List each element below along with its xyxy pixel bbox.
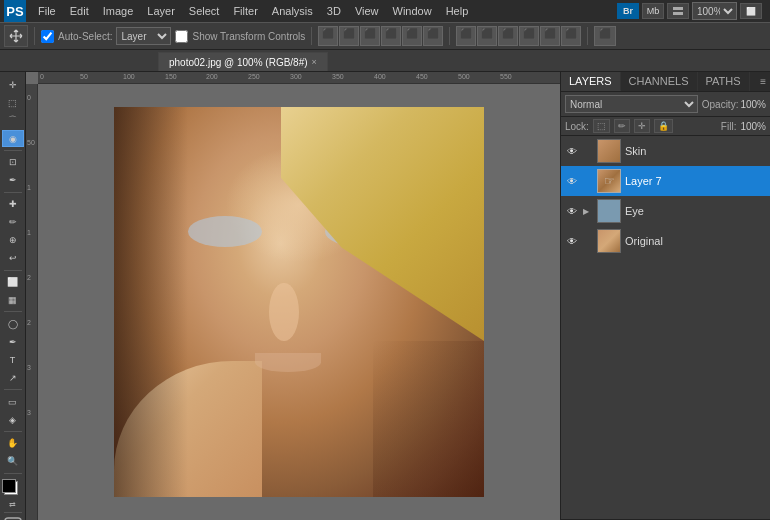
- layer-visibility-btn[interactable]: 👁: [565, 234, 579, 248]
- lock-all-btn[interactable]: 🔒: [654, 119, 673, 133]
- eye-icon: 👁: [567, 236, 577, 247]
- dist-right[interactable]: ⬛: [561, 26, 581, 46]
- menu-select[interactable]: Select: [183, 3, 226, 19]
- ruler-top: /* ruler will be static */ 0 50 100 150 …: [38, 72, 560, 84]
- layer-row[interactable]: 👁 Skin: [561, 136, 770, 166]
- clone-tool[interactable]: ⊕: [2, 232, 24, 249]
- layer-row[interactable]: 👁 Original: [561, 226, 770, 256]
- tab-channels[interactable]: CHANNELS: [621, 72, 698, 91]
- tool-sep3: [4, 270, 22, 271]
- lock-pixels-btn[interactable]: ✏: [614, 119, 630, 133]
- tab-layers[interactable]: LAYERS: [561, 72, 621, 91]
- toolbar-top: Auto-Select: Layer Show Transform Contro…: [0, 22, 770, 50]
- dist-bottom[interactable]: ⬛: [498, 26, 518, 46]
- layer-row[interactable]: 👁 ▶ Eye: [561, 196, 770, 226]
- quick-select-tool[interactable]: ◉: [2, 130, 24, 147]
- layer-visibility-btn[interactable]: 👁: [565, 174, 579, 188]
- opacity-row: Opacity: 100%: [702, 99, 766, 110]
- layer-name: Skin: [625, 145, 766, 157]
- auto-select-checkbox[interactable]: [41, 30, 54, 43]
- brush-tool[interactable]: ✏: [2, 214, 24, 231]
- layer-visibility-btn[interactable]: 👁: [565, 144, 579, 158]
- gradient-tool[interactable]: ▦: [2, 291, 24, 308]
- dodge-tool[interactable]: ◯: [2, 315, 24, 332]
- tool-sep4: [4, 311, 22, 312]
- dist-h[interactable]: ⬛: [540, 26, 560, 46]
- zoom-select[interactable]: 100%: [692, 2, 737, 20]
- text-tool[interactable]: T: [2, 351, 24, 368]
- dist-top[interactable]: ⬛: [456, 26, 476, 46]
- lock-position-btn[interactable]: ✛: [634, 119, 650, 133]
- align-top[interactable]: ⬛: [318, 26, 338, 46]
- 3d-tool[interactable]: ◈: [2, 411, 24, 428]
- tool-sep8: [4, 512, 22, 513]
- align-vcenter[interactable]: ⬛: [339, 26, 359, 46]
- dist-left[interactable]: ⬛: [519, 26, 539, 46]
- path-selection[interactable]: ↗: [2, 369, 24, 386]
- auto-align-btn[interactable]: ⬛: [594, 26, 616, 46]
- photo-tab[interactable]: photo02.jpg @ 100% (RGB/8#) ×: [158, 52, 328, 71]
- history-brush[interactable]: ↩: [2, 250, 24, 267]
- swap-colors-btn[interactable]: ⇄: [9, 500, 16, 509]
- canvas-content: [38, 84, 560, 520]
- hand-tool[interactable]: ✋: [2, 435, 24, 452]
- opacity-value: 100%: [740, 99, 766, 110]
- menu-view[interactable]: View: [349, 3, 385, 19]
- marquee-tool[interactable]: ⬚: [2, 94, 24, 111]
- bridge-btn[interactable]: Br: [617, 3, 639, 19]
- shape-tool[interactable]: ▭: [2, 393, 24, 410]
- show-transform-checkbox[interactable]: [175, 30, 188, 43]
- quick-mask-btn[interactable]: [2, 516, 24, 520]
- toolbar-sep3: [449, 27, 450, 45]
- menu-file[interactable]: File: [32, 3, 62, 19]
- align-bottom[interactable]: ⬛: [360, 26, 380, 46]
- blend-mode-select[interactable]: Normal: [565, 95, 698, 113]
- layers-panel: Normal Opacity: 100% Lock: ⬚ ✏ ✛ 🔒 Fill:…: [561, 92, 770, 520]
- layer-thumbnail: [597, 139, 621, 163]
- move-tool-btn[interactable]: [4, 25, 28, 47]
- panel-menu-btn[interactable]: ≡: [760, 76, 766, 87]
- eraser-tool[interactable]: ⬜: [2, 273, 24, 290]
- layer-expand-btn[interactable]: ▶: [583, 207, 593, 216]
- eyedropper-tool[interactable]: ✒: [2, 172, 24, 189]
- align-right[interactable]: ⬛: [423, 26, 443, 46]
- layer-visibility-btn[interactable]: 👁: [565, 204, 579, 218]
- eye-icon: 👁: [567, 206, 577, 217]
- layers-list: 👁 Skin 👁 ☞ Layer 7: [561, 136, 770, 519]
- align-hcenter[interactable]: ⬛: [402, 26, 422, 46]
- menu-image[interactable]: Image: [97, 3, 140, 19]
- eye-icon: 👁: [567, 146, 577, 157]
- move-tool[interactable]: ✛: [2, 76, 24, 93]
- toolbar-separator: [34, 27, 35, 45]
- menu-3d[interactable]: 3D: [321, 3, 347, 19]
- photo-canvas[interactable]: [114, 107, 484, 497]
- menu-filter[interactable]: Filter: [227, 3, 263, 19]
- lasso-tool[interactable]: ⌒: [2, 112, 24, 129]
- menu-layer[interactable]: Layer: [141, 3, 181, 19]
- color-selector[interactable]: [2, 479, 24, 496]
- align-left[interactable]: ⬛: [381, 26, 401, 46]
- zoom-tool[interactable]: 🔍: [2, 453, 24, 470]
- lock-transparent-btn[interactable]: ⬚: [593, 119, 610, 133]
- crop-tool[interactable]: ⊡: [2, 154, 24, 171]
- auto-select-type[interactable]: Layer: [116, 27, 171, 45]
- foreground-color[interactable]: [2, 479, 16, 493]
- tab-paths[interactable]: PATHS: [698, 72, 750, 91]
- heal-tool[interactable]: ✚: [2, 196, 24, 213]
- tab-close-btn[interactable]: ×: [312, 57, 317, 67]
- pen-tool[interactable]: ✒: [2, 333, 24, 350]
- blend-row: Normal Opacity: 100%: [561, 92, 770, 117]
- menu-help[interactable]: Help: [440, 3, 475, 19]
- menu-analysis[interactable]: Analysis: [266, 3, 319, 19]
- screen-mode-btn[interactable]: ⬜: [740, 3, 762, 19]
- layout-btn[interactable]: [667, 3, 689, 19]
- auto-select-label: Auto-Select:: [58, 31, 112, 42]
- layer-row[interactable]: 👁 ☞ Layer 7: [561, 166, 770, 196]
- layer-thumbnail: [597, 199, 621, 223]
- mini-bridge-btn[interactable]: Mb: [642, 3, 664, 19]
- menu-window[interactable]: Window: [387, 3, 438, 19]
- dist-v[interactable]: ⬛: [477, 26, 497, 46]
- menu-edit[interactable]: Edit: [64, 3, 95, 19]
- layer-name: Layer 7: [625, 175, 766, 187]
- toolbar-sep2: [311, 27, 312, 45]
